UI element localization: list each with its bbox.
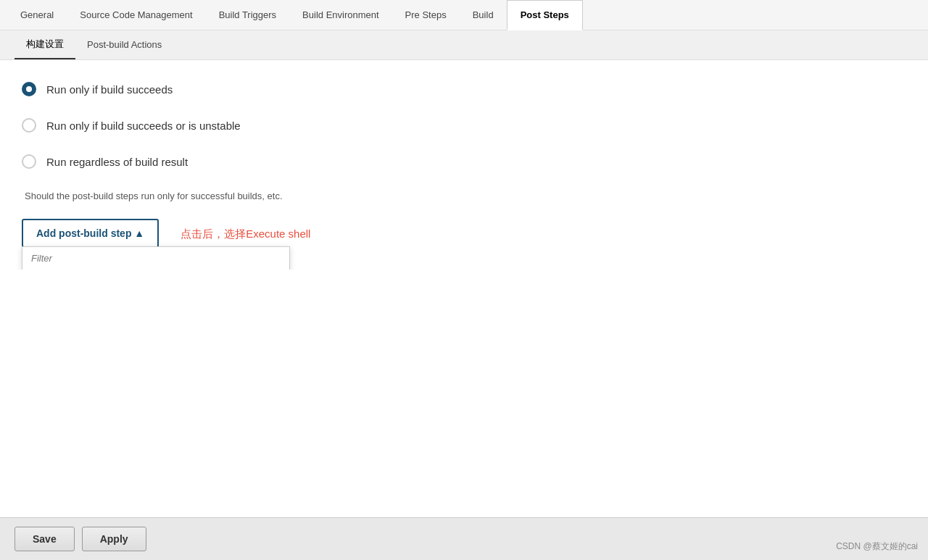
radio-success-unstable-label: Run only if build succeeds or is unstabl… [46,120,241,132]
tab-general[interactable]: General [7,0,67,30]
tab-source-code[interactable]: Source Code Management [67,0,205,30]
tab-build[interactable]: Build [460,0,507,30]
radio-option-success-only: Run only if build succeeds [22,82,906,96]
description-text: Should the post-build steps run only for… [22,191,906,201]
main-content: Run only if build succeeds Run only if b… [0,60,928,269]
add-step-area: Add post-build step ▲ Execute Windows ba… [22,219,906,248]
tab-build-triggers[interactable]: Build Triggers [206,0,289,30]
tab-build-environment[interactable]: Build Environment [289,0,392,30]
annotation-text: 点击后，选择Execute shell [181,227,310,241]
second-nav-build-settings[interactable]: 构建设置 [14,30,75,59]
tab-pre-steps[interactable]: Pre Steps [392,0,460,30]
dropdown-filter-input[interactable] [22,247,289,269]
radio-option-always: Run regardless of build result [22,154,906,169]
top-nav: General Source Code Management Build Tri… [0,0,928,30]
radio-always-label: Run regardless of build result [46,156,188,168]
radio-success-unstable[interactable] [22,118,36,133]
dropdown-menu: Execute Windows batch command Execute sh… [22,246,290,269]
radio-success-only[interactable] [22,82,36,96]
add-step-wrapper: Add post-build step ▲ Execute Windows ba… [22,219,159,248]
radio-option-success-unstable: Run only if build succeeds or is unstabl… [22,118,906,133]
radio-success-only-label: Run only if build succeeds [46,83,173,96]
second-nav: 构建设置 Post-build Actions [0,30,928,60]
second-nav-post-build-actions[interactable]: Post-build Actions [75,32,173,59]
add-post-build-step-button[interactable]: Add post-build step ▲ [22,219,159,248]
radio-always[interactable] [22,154,36,169]
tab-post-steps[interactable]: Post Steps [507,0,583,30]
